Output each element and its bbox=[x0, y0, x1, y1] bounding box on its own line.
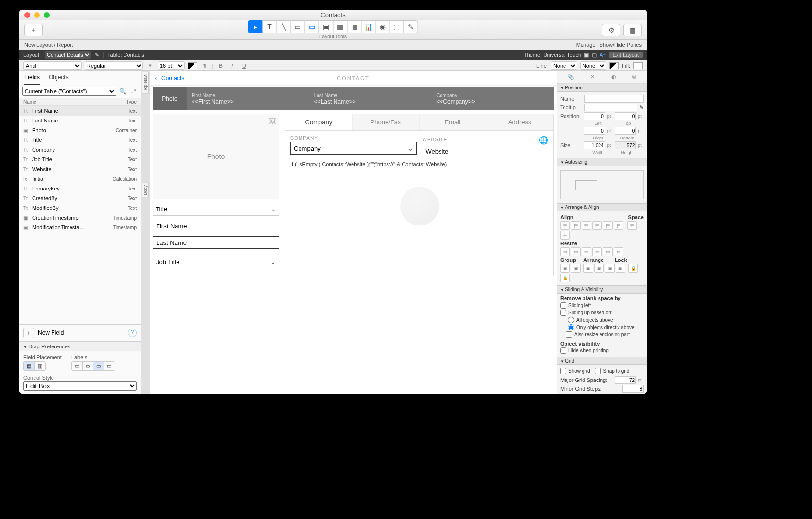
object-name-input[interactable] bbox=[584, 95, 644, 103]
field-row[interactable]: fxInitialCalculation bbox=[19, 174, 141, 184]
snap-grid-check[interactable]: Snap to grid bbox=[595, 368, 629, 374]
pos-right-input[interactable] bbox=[584, 127, 605, 135]
tab-objects[interactable]: Objects bbox=[49, 74, 69, 85]
line-style-select[interactable]: None bbox=[580, 61, 606, 70]
tab-fields[interactable]: Fields bbox=[24, 74, 40, 85]
field-row[interactable]: TtCreatedByText bbox=[19, 193, 141, 203]
website-field[interactable]: Website bbox=[423, 145, 549, 157]
chart-tool[interactable]: 📊 bbox=[361, 20, 376, 33]
screen-icon[interactable]: ▢ bbox=[592, 52, 597, 58]
chevron-down-icon[interactable]: ⌄ bbox=[270, 259, 276, 266]
part-tool[interactable]: ▢ bbox=[389, 20, 404, 33]
button-tool[interactable]: ▣ bbox=[319, 20, 334, 33]
size-select[interactable]: 16 pt bbox=[158, 61, 185, 70]
weight-select[interactable]: Regular bbox=[85, 61, 143, 70]
align-buttons[interactable]: ⬱⬱⬱⬱⬱⬱⬱⬱ bbox=[560, 221, 644, 240]
header-photo[interactable]: Photo bbox=[153, 87, 187, 110]
part-top-nav[interactable]: Top Nav. bbox=[142, 72, 149, 94]
bold-icon[interactable]: B bbox=[216, 61, 225, 70]
italic-icon[interactable]: I bbox=[228, 61, 237, 70]
plus-icon[interactable]: ＋ bbox=[23, 328, 34, 338]
panes-icon[interactable]: ▥ bbox=[623, 24, 642, 36]
field-row[interactable]: TtLast NameText bbox=[19, 116, 141, 125]
placement-seg[interactable]: ▤▥ bbox=[23, 361, 46, 371]
tab-email[interactable]: Email bbox=[420, 114, 487, 130]
font-select[interactable]: Arial bbox=[23, 61, 82, 70]
line-tool[interactable]: ╲ bbox=[277, 20, 291, 33]
pos-left-input[interactable] bbox=[584, 112, 605, 120]
pencil-icon[interactable]: ✎ bbox=[95, 52, 99, 58]
align-center-icon[interactable]: ≡ bbox=[263, 61, 272, 70]
align-justify-icon[interactable]: ≡ bbox=[286, 61, 295, 70]
sliding-left-check[interactable]: Sliding left bbox=[560, 302, 644, 309]
align-right-icon[interactable]: ≡ bbox=[275, 61, 283, 70]
show-grid-check[interactable]: Show grid bbox=[560, 368, 590, 374]
table-selector[interactable]: Current Table ("Contacts") bbox=[22, 87, 116, 96]
show-hide-label[interactable]: Show/Hide Panes bbox=[600, 42, 642, 48]
group-buttons[interactable]: ▣▣▣▣▣▣🔒🔓 bbox=[560, 264, 644, 282]
field-row[interactable]: TtModifiedByText bbox=[19, 203, 141, 213]
gear-icon[interactable]: ⚙ bbox=[602, 24, 620, 36]
company-field[interactable]: Company⌄ bbox=[290, 142, 417, 155]
tab-company[interactable]: Company bbox=[285, 114, 353, 130]
appearance-tab-icon[interactable]: ✕ bbox=[590, 74, 595, 80]
device-icon[interactable]: ▣ bbox=[584, 52, 589, 58]
major-spacing-input[interactable] bbox=[615, 376, 636, 384]
field-row[interactable]: TtCompanyText bbox=[19, 145, 141, 155]
field-row[interactable]: TtPrimaryKeyText bbox=[19, 184, 141, 193]
theme-label[interactable]: Theme: Universal Touch bbox=[524, 52, 581, 58]
field-row[interactable]: TtJob TitleText bbox=[19, 155, 141, 164]
part-body[interactable]: Body bbox=[142, 183, 149, 198]
new-field-label[interactable]: New Field bbox=[38, 329, 64, 336]
rect-tool[interactable]: ▭ bbox=[291, 20, 305, 33]
webviewer-calc[interactable]: If ( IsEmpty ( Contacts::Website );"";"h… bbox=[290, 161, 548, 167]
tab-tool[interactable]: ▥ bbox=[333, 20, 348, 33]
tab-address[interactable]: Address bbox=[486, 114, 553, 130]
only-above-radio[interactable]: Only objects directly above bbox=[560, 324, 644, 330]
format-painter-tool[interactable]: ✎ bbox=[404, 20, 418, 33]
field-row[interactable]: ▣ModificationTimesta...Timestamp bbox=[19, 223, 141, 232]
arrange-section[interactable]: Arrange & Align bbox=[557, 203, 647, 211]
help-icon[interactable]: ? bbox=[128, 329, 137, 337]
tooltip-input[interactable] bbox=[584, 104, 637, 111]
field-row[interactable]: TtWebsiteText bbox=[19, 164, 141, 174]
aa-icon[interactable]: Aᴬ bbox=[600, 52, 605, 58]
pos-top-input[interactable] bbox=[615, 112, 636, 120]
sliding-section[interactable]: Sliding & Visibility bbox=[557, 285, 647, 294]
selection-tool[interactable]: ▸ bbox=[248, 20, 263, 33]
exit-layout-button[interactable]: Exit Layout bbox=[609, 52, 643, 58]
field-tool[interactable]: ▭ bbox=[305, 20, 319, 33]
sort-icon[interactable]: ↓ᴬ bbox=[129, 88, 138, 95]
manage-label[interactable]: Manage bbox=[576, 42, 596, 48]
resize-buttons[interactable]: ▭▭▭▭▭▭ bbox=[560, 247, 644, 256]
photo-container[interactable]: 🖼 Photo bbox=[153, 114, 279, 199]
position-tab-icon[interactable]: 📎 bbox=[567, 74, 574, 80]
autosize-widget[interactable] bbox=[560, 170, 644, 199]
portal-tool[interactable]: ▦ bbox=[347, 20, 362, 33]
webviewer-tool[interactable]: ◉ bbox=[375, 20, 390, 33]
first-name-field[interactable]: First Name bbox=[153, 220, 279, 232]
all-above-radio[interactable]: All objects above bbox=[560, 317, 644, 323]
globe-icon[interactable]: 🌐 bbox=[539, 136, 548, 145]
field-row[interactable]: ▣PhotoContainer bbox=[19, 125, 141, 135]
minor-steps-input[interactable] bbox=[622, 385, 644, 393]
sliding-up-check[interactable]: Sliding up based on: bbox=[560, 310, 644, 316]
layout-canvas[interactable]: ‹ Contacts CONTACT Photo First Name<<Fir… bbox=[150, 71, 557, 394]
fill-color-swatch[interactable] bbox=[633, 62, 643, 69]
style-icon[interactable]: ▾ bbox=[146, 61, 155, 70]
chevron-down-icon[interactable]: ⌄ bbox=[271, 206, 276, 213]
search-icon[interactable]: 🔍 bbox=[118, 88, 127, 95]
job-title-field[interactable]: Job Title⌄ bbox=[153, 256, 279, 268]
grid-section[interactable]: Grid bbox=[557, 357, 647, 365]
styles-tab-icon[interactable]: ◐ bbox=[611, 74, 616, 80]
chevron-down-icon[interactable]: ⌄ bbox=[408, 145, 413, 152]
position-section[interactable]: Position bbox=[557, 84, 647, 92]
data-tab-icon[interactable]: ⛁ bbox=[632, 74, 636, 80]
control-style-select[interactable]: Edit Box bbox=[23, 381, 137, 391]
line-color-swatch[interactable] bbox=[609, 62, 619, 69]
also-resize-check[interactable]: Also resize enclosing part bbox=[560, 331, 644, 338]
pos-bottom-input[interactable] bbox=[615, 127, 636, 135]
field-row[interactable]: ▣CreationTimestampTimestamp bbox=[19, 213, 141, 223]
paragraph-icon[interactable]: ¶ bbox=[200, 61, 209, 70]
last-name-field[interactable]: Last Name bbox=[153, 236, 279, 249]
